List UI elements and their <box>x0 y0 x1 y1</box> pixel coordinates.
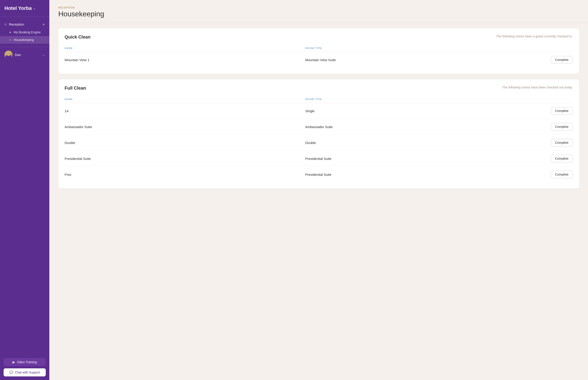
full-clean-col-roomtype: ROOM TYPE <box>305 98 546 100</box>
quick-clean-rows: Mountain View 1 Mountain View Suite Comp… <box>64 52 573 68</box>
table-row: Presidential Suite Presidential Suite Co… <box>64 151 573 167</box>
room-type: Mountain View Suite <box>305 58 546 62</box>
content-area: Quick Clean The following rooms have a g… <box>49 23 588 194</box>
sidebar-divider-user <box>0 47 49 47</box>
room-type: Ambassador Suite <box>305 125 546 129</box>
user-chevron-icon: ⌄ <box>42 53 45 57</box>
quick-clean-card: Quick Clean The following rooms have a g… <box>58 28 579 74</box>
full-clean-rows: 1A Single Complete Ambassador Suite Amba… <box>64 103 573 182</box>
room-name: 1A <box>64 109 305 113</box>
page-header: Reception Housekeeping <box>49 0 588 23</box>
full-clean-col-name: NAME <box>64 98 305 100</box>
table-row: Double Double Complete <box>64 135 573 151</box>
room-name: Mountain View 1 <box>64 58 305 62</box>
full-clean-card: Full Clean The following rooms have been… <box>58 79 579 189</box>
sidebar-item-booking-engine[interactable]: ✦ My Booking Engine <box>0 28 49 36</box>
table-row: 1A Single Complete <box>64 103 573 119</box>
reception-label: Reception <box>9 22 24 26</box>
complete-button[interactable]: Complete <box>551 171 573 178</box>
quick-clean-col-roomtype: ROOM TYPE <box>305 47 546 50</box>
complete-button[interactable]: Complete <box>551 56 573 64</box>
sidebar-divider-top <box>0 17 49 17</box>
room-name: Double <box>64 141 305 145</box>
main-content: Reception Housekeeping Quick Clean The f… <box>49 0 588 380</box>
complete-button[interactable]: Complete <box>551 139 573 146</box>
booking-engine-label: My Booking Engine <box>14 30 41 34</box>
breadcrumb: Reception <box>58 6 579 9</box>
reception-chevron-icon: ∧ <box>42 23 45 26</box>
chat-support-label: Chat with Support <box>15 371 40 374</box>
full-clean-header: Full Clean The following rooms have been… <box>64 86 573 91</box>
hotel-title[interactable]: Hotel Yorba ⌄ <box>0 0 49 16</box>
quick-clean-col-name: NAME <box>64 47 305 50</box>
room-type: Presidential Suite <box>305 173 546 176</box>
user-section[interactable]: Dan ⌄ <box>0 48 49 61</box>
room-name: Ambassador Suite <box>64 125 305 129</box>
table-row: Mountain View 1 Mountain View Suite Comp… <box>64 52 573 68</box>
table-row: Prez Presidential Suite Complete <box>64 167 573 182</box>
full-clean-subtitle: The following rooms have been checked ou… <box>502 86 573 89</box>
quick-clean-title: Quick Clean <box>64 35 91 40</box>
sidebar: Hotel Yorba ⌄ ⌂ Reception ∧ ✦ My Booking… <box>0 0 49 380</box>
video-training-button[interactable]: ▶ Video Training <box>4 358 46 366</box>
housekeeping-icon: ✧ <box>9 38 11 42</box>
nav-group-reception[interactable]: ⌂ Reception ∧ <box>0 20 49 28</box>
housekeeping-label: Housekeeping <box>14 38 34 42</box>
full-clean-title: Full Clean <box>64 86 86 91</box>
chat-support-button[interactable]: 💬 Chat with Support <box>4 368 46 376</box>
complete-button[interactable]: Complete <box>551 155 573 162</box>
nav-section-reception: ⌂ Reception ∧ ✦ My Booking Engine ✧ Hous… <box>0 18 49 46</box>
video-training-label: Video Training <box>17 360 37 364</box>
sidebar-bottom: ▶ Video Training 💬 Chat with Support <box>0 355 49 380</box>
booking-engine-icon: ✦ <box>9 31 11 34</box>
hotel-chevron-icon: ⌄ <box>33 7 35 10</box>
room-name: Prez <box>64 173 305 176</box>
full-clean-col-headers: NAME ROOM TYPE <box>64 95 573 103</box>
video-icon: ▶ <box>13 360 15 364</box>
quick-clean-header: Quick Clean The following rooms have a g… <box>64 35 573 40</box>
room-type: Single <box>305 109 546 113</box>
reception-icon: ⌂ <box>4 22 7 26</box>
quick-clean-col-headers: NAME ROOM TYPE <box>64 44 573 52</box>
complete-button[interactable]: Complete <box>551 123 573 131</box>
hotel-name: Hotel Yorba <box>4 5 32 11</box>
room-name: Presidential Suite <box>64 157 305 161</box>
complete-button[interactable]: Complete <box>551 107 573 115</box>
quick-clean-subtitle: The following rooms have a guest current… <box>496 35 573 38</box>
table-row: Ambassador Suite Ambassador Suite Comple… <box>64 119 573 135</box>
page-title: Housekeeping <box>58 10 579 18</box>
user-name: Dan <box>15 53 21 57</box>
room-type: Double <box>305 141 546 145</box>
avatar <box>4 51 13 59</box>
sidebar-item-housekeeping[interactable]: ✧ Housekeeping <box>0 36 49 44</box>
chat-icon: 💬 <box>9 371 13 374</box>
room-type: Presidential Suite <box>305 157 546 161</box>
